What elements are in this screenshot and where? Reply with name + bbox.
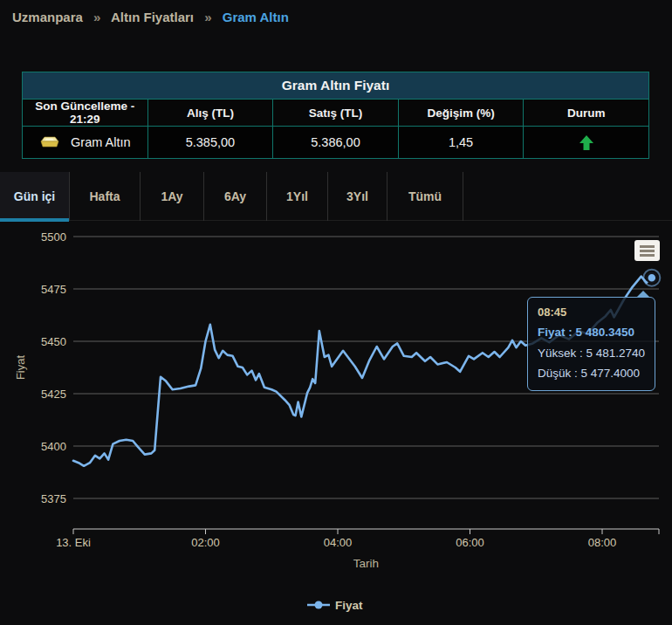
price-table-title: Gram Altın Fiyatı: [23, 72, 649, 100]
tooltip-callout-arrow: [636, 291, 650, 298]
alis-value: 5.385,00: [147, 127, 273, 159]
y-tick-label: 5425: [41, 388, 66, 401]
col-header-durum: Durum: [524, 100, 649, 127]
instrument-name[interactable]: Gram Altın: [71, 135, 131, 149]
col-header-degisim: Değişim (%): [398, 100, 524, 127]
y-tick-label: 5475: [41, 283, 66, 296]
gold-bar-icon: [39, 136, 60, 148]
tooltip-dusuk: Düşük : 5 477.4000: [538, 363, 645, 383]
tooltip-time: 08:45: [538, 303, 645, 322]
breadcrumb-separator: »: [93, 10, 100, 24]
x-tick-label: 06:00: [456, 536, 484, 549]
y-tick-label: 5400: [41, 440, 66, 453]
y-tick-label: 5375: [41, 492, 66, 505]
legend-item-fiyat[interactable]: Fiyat: [307, 599, 363, 612]
breadcrumb-link-altin-fiyatlari[interactable]: Altın Fiyatları: [111, 10, 194, 24]
y-tick-label: 5500: [41, 230, 66, 244]
price-chart: 53755400542554505475550013. Eki02:0004:0…: [0, 221, 672, 625]
tab-6ay[interactable]: 6Ay: [204, 172, 267, 221]
price-table: Gram Altın Fiyatı Son Güncelleme - 21:29…: [22, 72, 649, 159]
x-tick-label: 02:00: [191, 536, 220, 549]
table-row: Gram Altın 5.385,00 5.386,00 1,45: [23, 127, 649, 159]
x-tick-label: 08:00: [588, 536, 617, 549]
y-axis-title: Fiyat: [14, 355, 27, 381]
tooltip-fiyat: Fiyat : 5 480.3450: [538, 322, 645, 342]
x-axis-title: Tarih: [353, 557, 379, 570]
x-tick-label: 13. Eki: [56, 536, 91, 549]
satis-value: 5.386,00: [273, 127, 399, 159]
tab-1yil[interactable]: 1Yıl: [267, 172, 328, 221]
breadcrumb-current-page: Gram Altın: [223, 10, 289, 24]
degisim-value: 1,45: [398, 127, 524, 159]
tab-3yil[interactable]: 3Yıl: [328, 172, 387, 221]
breadcrumb-separator: »: [204, 10, 211, 24]
up-arrow-icon: [524, 134, 648, 151]
y-tick-label: 5450: [41, 335, 66, 348]
col-header-satis: Satış (TL): [273, 100, 399, 127]
tab-1ay[interactable]: 1Ay: [141, 172, 204, 221]
svg-text:Fiyat: Fiyat: [335, 599, 363, 612]
chart-tooltip: 08:45 Fiyat : 5 480.3450 Yüksek : 5 481.…: [527, 297, 655, 391]
col-header-son-guncelleme: Son Güncelleme - 21:29: [23, 100, 148, 127]
chart-canvas: 53755400542554505475550013. Eki02:0004:0…: [0, 221, 672, 625]
chart-menu-button[interactable]: [634, 240, 660, 261]
tooltip-yuksek: Yüksek : 5 481.2740: [538, 343, 645, 363]
tab-tumu[interactable]: Tümü: [387, 172, 463, 221]
breadcrumb-link-uzmanpara[interactable]: Uzmanpara: [12, 10, 83, 24]
tab-gun-ici[interactable]: Gün içi: [0, 172, 70, 221]
breadcrumb: Uzmanpara » Altın Fiyatları » Gram Altın: [12, 10, 289, 24]
last-point-marker[interactable]: [647, 273, 656, 283]
x-tick-label: 04:00: [324, 536, 353, 549]
period-tabs: Gün içi Hafta 1Ay 6Ay 1Yıl 3Yıl Tümü: [0, 172, 672, 221]
tab-hafta[interactable]: Hafta: [70, 172, 141, 221]
col-header-alis: Alış (TL): [147, 100, 273, 127]
